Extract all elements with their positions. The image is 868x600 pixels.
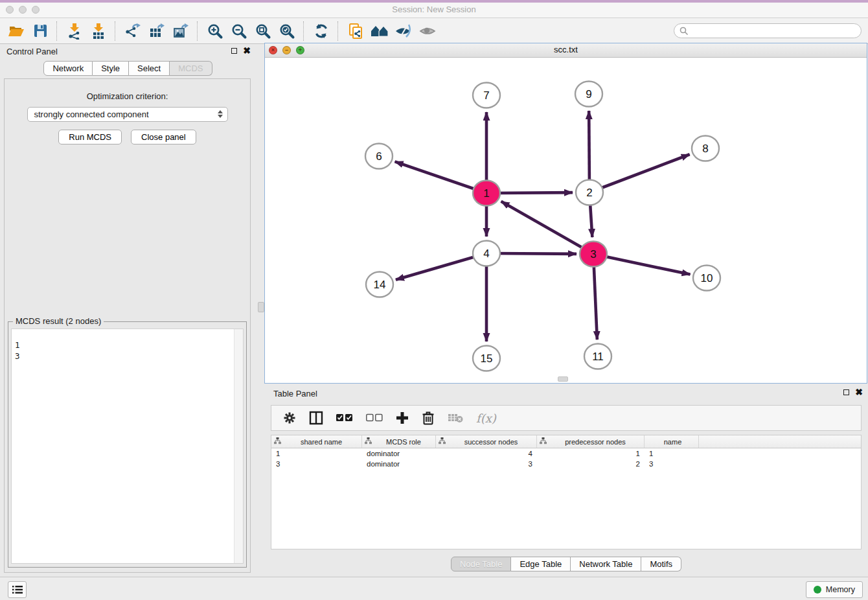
table-cell[interactable]: 1 [271,450,362,457]
export-network-button[interactable] [120,21,144,41]
zoom-window-button[interactable] [32,6,40,14]
frame-maximize-button[interactable]: + [296,46,304,54]
node-2[interactable]: 2 [576,180,603,205]
table-cell[interactable]: dominator [362,460,436,468]
table-cell[interactable]: 1 [537,450,645,457]
houses-icon [370,23,389,40]
unselect-all-columns-button[interactable] [366,413,383,422]
zoom-fit-button[interactable] [251,21,275,41]
close-panel-button[interactable]: Close panel [131,130,196,144]
column-header-MCDS-role[interactable]: MCDS role [362,435,436,448]
titlebar: Session: New Session [0,3,868,18]
first-neighbors-button[interactable] [367,21,391,41]
search-icon [680,27,689,36]
close-window-button[interactable] [6,6,14,14]
column-header-name[interactable]: name [645,435,699,448]
table-cell[interactable]: 1 [645,450,699,457]
edge-3-10[interactable] [593,254,691,275]
result-scrollbar[interactable] [234,329,243,563]
node-10[interactable]: 10 [693,266,720,291]
delete-table-button[interactable] [448,413,463,423]
table-cell[interactable]: 3 [436,460,537,468]
zoom-in-button[interactable] [203,21,227,41]
tab-style[interactable]: Style [93,61,129,76]
frame-close-button[interactable]: × [269,46,277,54]
zoom-selected-icon [279,23,295,40]
edge-1-6[interactable] [395,161,486,193]
zoom-selected-button[interactable] [275,21,299,41]
node-15[interactable]: 15 [473,346,500,371]
memory-button[interactable]: Memory [806,581,863,598]
frame-resize-handle[interactable] [558,376,568,382]
zoom-out-button[interactable] [227,21,251,41]
columns-icon [309,411,323,425]
criterion-dropdown[interactable]: strongly connected component [27,107,228,122]
table-cell[interactable]: dominator [362,450,436,457]
close-panel-icon[interactable]: ✖ [855,388,863,396]
node-3[interactable]: 3 [580,242,607,267]
frame-minimize-button[interactable]: – [282,46,291,54]
save-session-button[interactable] [28,21,52,41]
select-all-columns-button[interactable] [336,413,353,422]
mcds-panel: Optimization criterion: strongly connect… [4,78,251,573]
node-9[interactable]: 9 [575,82,602,107]
show-all-button[interactable] [415,21,439,41]
minimize-window-button[interactable] [19,6,27,14]
float-panel-icon[interactable] [843,389,849,395]
node-6[interactable]: 6 [365,144,393,169]
table-cell[interactable]: 4 [436,450,537,457]
tab-mcds[interactable]: MCDS [170,61,212,76]
network-canvas[interactable]: 7968124314101511 [265,58,867,383]
checked-boxes-icon [336,413,353,422]
clone-network-icon [347,23,364,40]
task-history-button[interactable] [8,581,27,598]
table-options-button[interactable] [283,411,296,424]
create-column-button[interactable] [396,411,409,424]
table-cell[interactable]: 3 [645,460,699,468]
column-header-shared-name[interactable]: shared name [271,435,362,448]
tab-select[interactable]: Select [129,61,170,76]
column-header-successor-nodes[interactable]: successor nodes [436,435,537,448]
show-column-panel-button[interactable] [309,411,323,425]
search-input[interactable] [674,23,862,38]
import-network-button[interactable] [62,21,86,41]
function-builder-button[interactable]: f(x) [476,411,496,425]
clone-network-button[interactable] [343,21,367,41]
table-row[interactable]: 3dominator323 [271,459,861,469]
network-window-titlebar[interactable]: × – + scc.txt [265,43,867,58]
tab-network-table[interactable]: Network Table [571,557,641,571]
run-mcds-button[interactable]: Run MCDS [58,130,122,144]
delete-column-button[interactable] [422,411,435,425]
edge-2-8[interactable] [589,154,690,192]
mcds-result-textarea[interactable]: 1 3 [11,329,244,564]
open-session-button[interactable] [4,21,28,41]
node-7[interactable]: 7 [473,83,500,108]
node-8[interactable]: 8 [692,136,719,161]
node-14[interactable]: 14 [366,272,393,297]
traffic-lights [6,6,40,14]
mcds-result-title: MCDS result (2 nodes) [13,316,104,326]
close-panel-icon[interactable]: ✖ [243,47,251,54]
tab-network[interactable]: Network [43,61,93,76]
table-row[interactable]: 1dominator411 [271,448,861,459]
node-11[interactable]: 11 [584,344,611,369]
splitter-handle[interactable] [258,302,264,312]
tab-motifs[interactable]: Motifs [641,557,681,571]
table-cell[interactable]: 2 [537,460,645,468]
export-table-button[interactable] [144,21,168,41]
refresh-layout-button[interactable] [309,21,333,41]
hide-selected-button[interactable] [391,21,415,41]
float-panel-icon[interactable] [231,48,237,54]
import-table-button[interactable] [86,21,110,41]
column-header-predecessor-nodes[interactable]: predecessor nodes [537,435,645,448]
tab-node-table[interactable]: Node Table [451,557,512,571]
toolbar-separator [115,21,116,41]
tab-edge-table[interactable]: Edge Table [511,557,571,571]
node-4[interactable]: 4 [473,241,500,266]
table-cell[interactable]: 3 [271,460,362,468]
export-image-button[interactable] [168,21,192,41]
node-1[interactable]: 1 [473,181,500,206]
control-panel-title: Control Panel [6,47,58,56]
zoom-in-icon [207,23,223,40]
edge-3-1[interactable] [501,202,593,254]
